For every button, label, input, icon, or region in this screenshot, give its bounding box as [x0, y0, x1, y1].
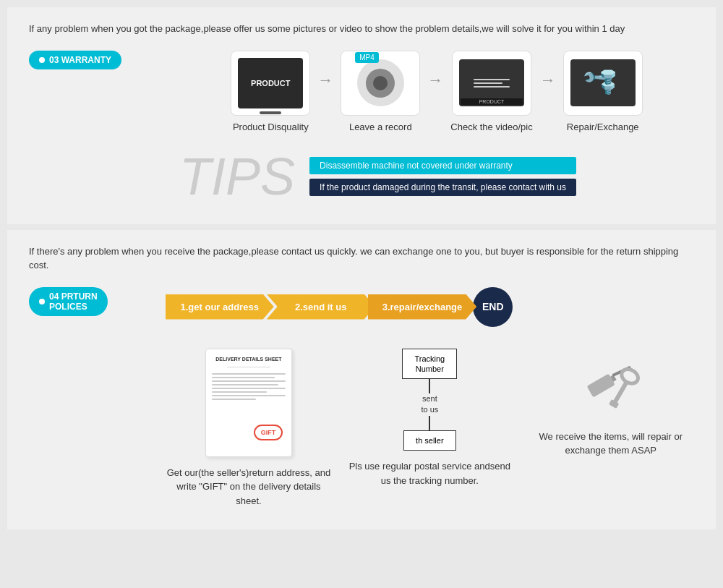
warranty-label-col: 03 WARRANTY — [29, 51, 121, 84]
delivery-title: DELIVERY DETAILS SHEET — [212, 357, 286, 362]
d-line-2 — [212, 377, 275, 378]
return-info-tracking: TrackingNumber sentto us th seller Pls u… — [346, 349, 513, 488]
mp4-speaker — [357, 59, 404, 106]
tracking-seller-box: th seller — [403, 430, 456, 451]
video-line-3 — [474, 86, 510, 88]
delivery-lines — [212, 373, 286, 400]
tools-icon — [575, 349, 647, 421]
arrow-1: → — [317, 71, 333, 90]
tip-message-2: If the product damaged during the transi… — [309, 179, 576, 196]
d-line-4 — [212, 384, 278, 385]
delivery-sheet: DELIVERY DETAILS SHEET —————————— — [205, 349, 292, 457]
return-content: 1.get our address 2.send it us 3.repair/… — [122, 287, 694, 508]
tips-messages: Disassemble machine not covered under wa… — [309, 157, 576, 196]
return-dot — [39, 299, 45, 304]
gift-circle: GIFT — [254, 425, 283, 440]
step-box-2: 2.send it us — [267, 294, 375, 320]
arrow-3: → — [540, 71, 556, 90]
warranty-content: PRODUCT Product Disquality → MP4 — [136, 51, 694, 203]
step-item-1: 1.get our address — [166, 294, 274, 320]
step-box-3: 3.repair/exchange — [368, 294, 477, 320]
arrow-2: → — [427, 71, 443, 90]
return-caption-delivery: Get our(the seller's)return address, and… — [166, 466, 332, 508]
tracking-line-1 — [429, 379, 430, 393]
tracking-diagram: TrackingNumber sentto us th seller — [402, 349, 457, 451]
video-icon: PRODUCT — [459, 59, 524, 106]
step-item-3: 3.repair/exchange — [375, 294, 477, 320]
flow-label-mp4: Leave a record — [349, 122, 412, 132]
d-line-7 — [212, 395, 286, 396]
svg-point-3 — [619, 366, 641, 386]
return-row: 04 PRTURN POLICES 1.get our address 2.se… — [29, 287, 694, 508]
video-icon-box: PRODUCT — [452, 51, 531, 116]
flow-item-video: PRODUCT Check the video/pic — [450, 51, 532, 132]
return-steps: 1.get our address 2.send it us 3.repair/… — [122, 287, 694, 327]
warranty-dot — [39, 57, 45, 63]
product-icon-box: PRODUCT — [231, 51, 310, 116]
tracking-number-box: TrackingNumber — [402, 349, 457, 380]
product-icon: PRODUCT — [238, 58, 303, 108]
main-wrapper: If any problem when you got the package,… — [0, 0, 723, 537]
return-caption-tracking: Pls use regular postal service andsend u… — [346, 459, 513, 487]
return-label: 04 PRTURN POLICES — [29, 287, 108, 316]
repair-icon-box: 🔧 🔩 — [563, 51, 643, 116]
return-label-text: 04 PRTURN POLICES — [49, 291, 98, 312]
d-line-8 — [212, 399, 256, 400]
flow-label-repair: Repair/Exchange — [567, 122, 639, 132]
flow-item-repair: 🔧 🔩 Repair/Exchange — [563, 51, 643, 132]
tracking-line-2 — [429, 416, 430, 430]
wrench-cross: 🔧 🔩 — [585, 65, 621, 101]
delivery-subtitle: —————————— — [212, 365, 286, 369]
tracking-sent-text: sentto us — [421, 393, 438, 416]
return-caption-tools: We receive the items, will repair or exc… — [528, 430, 694, 458]
d-line-6 — [212, 391, 268, 393]
warranty-label-text: 03 WARRANTY — [49, 55, 111, 65]
warranty-label: 03 WARRANTY — [29, 51, 121, 69]
return-info-tools: We receive the items, will repair or exc… — [528, 349, 694, 458]
flow-label-video: Check the video/pic — [450, 122, 532, 132]
wrench-group — [605, 366, 641, 410]
svg-rect-4 — [612, 380, 629, 404]
warranty-flow: PRODUCT Product Disquality → MP4 — [136, 51, 694, 132]
tips-container: TIPS Disassemble machine not covered und… — [136, 150, 694, 203]
step-end: END — [473, 287, 513, 327]
warranty-intro: If any problem when you got the package,… — [29, 22, 694, 36]
step-item-2: 2.send it us — [274, 294, 375, 320]
return-intro: If there's any problem when you receive … — [29, 244, 694, 273]
flow-item-product: PRODUCT Product Disquality — [231, 51, 310, 132]
return-info-delivery: DELIVERY DETAILS SHEET —————————— — [166, 349, 332, 508]
product-label: PRODUCT — [251, 79, 290, 88]
mp4-speaker-inner — [366, 69, 395, 98]
repair-icon: 🔧 🔩 — [570, 59, 636, 106]
mp4-icon-box: MP4 — [341, 51, 420, 116]
flow-label-product: Product Disquality — [233, 122, 309, 132]
tip-message-1: Disassemble machine not covered under wa… — [309, 157, 576, 174]
tips-heading: TIPS — [179, 150, 295, 203]
mp4-speaker-inner2 — [373, 76, 388, 90]
return-info-row: DELIVERY DETAILS SHEET —————————— — [122, 349, 694, 508]
d-line-3 — [212, 380, 286, 382]
flow-item-mp4: MP4 Leave a record — [341, 51, 420, 132]
mp4-container: MP4 — [348, 56, 413, 110]
video-line-2 — [474, 82, 502, 84]
step-box-1: 1.get our address — [166, 294, 274, 320]
video-line-1 — [474, 79, 510, 80]
return-section: If there's any problem when you receive … — [7, 230, 716, 530]
warranty-section: If any problem when you got the package,… — [7, 7, 716, 224]
d-line-1 — [212, 373, 286, 375]
mp4-badge: MP4 — [355, 52, 379, 63]
video-icon-label: PRODUCT — [461, 98, 523, 105]
tools-svg — [575, 349, 647, 421]
d-line-5 — [212, 388, 286, 389]
return-label-col: 04 PRTURN POLICES — [29, 287, 108, 331]
warranty-row: 03 WARRANTY PRODUCT Product Disquality → — [29, 51, 694, 203]
video-play-lines — [474, 79, 510, 88]
